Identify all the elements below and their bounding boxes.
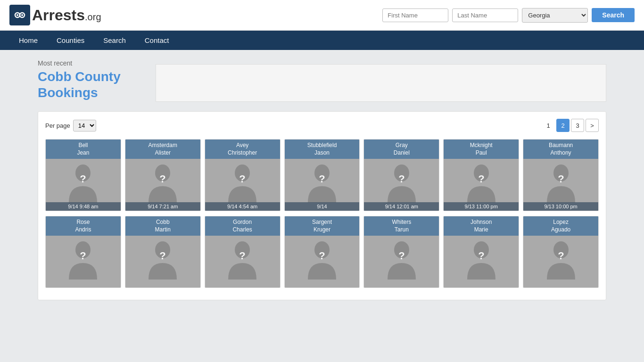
page-3[interactable]: 3 <box>571 119 584 132</box>
header: Arrests .org AlabamaAlaskaArizonaArkansa… <box>0 0 644 31</box>
person-photo: ? <box>523 236 598 288</box>
date-badge: 9/14 12:01 am <box>364 202 439 211</box>
nav-contact[interactable]: Contact <box>135 31 179 50</box>
person-card[interactable]: WhitersTarun ? <box>363 216 439 288</box>
person-name-bar: RoseAndris <box>46 216 121 236</box>
person-photo: ? 9/14 12:01 am <box>364 159 439 211</box>
page-next[interactable]: > <box>586 119 599 132</box>
person-name-bar: JohnsonMarie <box>444 216 519 236</box>
person-photo: ? <box>364 236 439 288</box>
county-title: Cobb County Bookings <box>38 69 141 100</box>
person-card[interactable]: AmsterdamAlister ? 9/14 7:21 am <box>125 139 201 211</box>
person-card[interactable]: BellJean ? 9/14 9:48 am <box>45 139 121 211</box>
person-card[interactable]: GordonCharles ? <box>205 216 281 288</box>
per-page-control: Per page 7142128 <box>45 120 96 132</box>
state-select[interactable]: AlabamaAlaskaArizonaArkansasCaliforniaCo… <box>522 8 588 23</box>
svg-text:?: ? <box>398 173 405 185</box>
page-2[interactable]: 2 <box>556 119 570 132</box>
svg-text:?: ? <box>398 250 405 262</box>
person-name-bar: StubblefieldJason <box>285 140 360 159</box>
person-card[interactable]: SargentKruger ? <box>284 216 360 288</box>
person-grid-row2: RoseAndris ? CobbMartin ? GordonCharles … <box>45 216 599 288</box>
header-search-button[interactable]: Search <box>592 8 635 22</box>
person-name-bar: McknightPaul <box>444 140 519 159</box>
navbar: Home Counties Search Contact <box>0 31 644 50</box>
svg-text:?: ? <box>160 173 166 185</box>
person-card[interactable]: AveyChristopher ? 9/14 4:54 am <box>205 139 281 211</box>
logo-suffix: .org <box>85 12 101 23</box>
nav-search[interactable]: Search <box>94 31 135 50</box>
person-card[interactable]: JohnsonMarie ? <box>443 216 519 288</box>
per-page-select[interactable]: 7142128 <box>73 120 96 132</box>
date-badge: 9/14 9:48 am <box>46 202 121 211</box>
person-photo: ? <box>285 236 360 288</box>
person-photo: ? <box>205 236 280 288</box>
person-card[interactable]: RoseAndris ? <box>45 216 121 288</box>
person-photo: ? 9/14 9:48 am <box>46 159 121 211</box>
person-photo: ? <box>125 236 200 288</box>
svg-text:?: ? <box>319 173 325 185</box>
ad-area <box>156 64 606 102</box>
svg-text:?: ? <box>319 250 325 262</box>
content: Most recent Cobb County Bookings Per pag… <box>0 50 644 362</box>
date-badge: 9/14 <box>285 202 360 211</box>
nav-counties[interactable]: Counties <box>47 31 94 50</box>
person-name-bar: CobbMartin <box>125 216 200 236</box>
person-card[interactable]: StubblefieldJason ? 9/14 <box>284 139 360 211</box>
person-name-bar: AveyChristopher <box>205 140 280 159</box>
person-card[interactable]: BaumannAnthony ? 9/13 10:00 pm <box>523 139 599 211</box>
logo-brand: Arrests <box>32 7 85 24</box>
page-title-area: Most recent Cobb County Bookings <box>38 50 606 107</box>
first-name-input[interactable] <box>382 8 448 22</box>
pagination: 1 2 3 > <box>542 119 599 132</box>
date-badge: 9/13 11:00 pm <box>444 202 519 211</box>
nav-home[interactable]: Home <box>9 31 47 50</box>
person-name-bar: GordonCharles <box>205 216 280 236</box>
title-section: Most recent Cobb County Bookings <box>38 59 141 102</box>
controls-row: Per page 7142128 1 2 3 > <box>45 119 599 132</box>
date-badge: 9/14 4:54 am <box>205 202 280 211</box>
svg-text:?: ? <box>80 250 86 262</box>
person-name-bar: GrayDaniel <box>364 140 439 159</box>
per-page-label: Per page <box>45 122 70 129</box>
svg-text:?: ? <box>80 173 86 185</box>
person-name-bar: WhitersTarun <box>364 216 439 236</box>
page-1[interactable]: 1 <box>542 119 555 132</box>
person-name-bar: BaumannAnthony <box>523 140 598 159</box>
date-badge: 9/13 10:00 pm <box>523 202 598 211</box>
svg-text:?: ? <box>239 173 245 185</box>
logo-area: Arrests .org <box>9 5 101 25</box>
cards-container: Per page 7142128 1 2 3 > BellJean ? 9/14… <box>38 111 606 300</box>
person-photo: ? <box>444 236 519 288</box>
person-photo: ? 9/14 <box>285 159 360 211</box>
search-form: AlabamaAlaskaArizonaArkansasCaliforniaCo… <box>382 8 635 23</box>
svg-point-3 <box>17 14 18 16</box>
person-photo: ? 9/14 4:54 am <box>205 159 280 211</box>
person-card[interactable]: CobbMartin ? <box>125 216 201 288</box>
svg-text:?: ? <box>160 250 166 262</box>
person-name-bar: LopezAguado <box>523 216 598 236</box>
person-name-bar: AmsterdamAlister <box>125 140 200 159</box>
last-name-input[interactable] <box>452 8 518 22</box>
person-name-bar: SargentKruger <box>285 216 360 236</box>
svg-point-4 <box>21 14 23 16</box>
most-recent-label: Most recent <box>38 59 141 67</box>
person-photo: ? 9/14 7:21 am <box>125 159 200 211</box>
person-photo: ? 9/13 10:00 pm <box>523 159 598 211</box>
person-card[interactable]: GrayDaniel ? 9/14 12:01 am <box>363 139 439 211</box>
person-name-bar: BellJean <box>46 140 121 159</box>
person-photo: ? 9/13 11:00 pm <box>444 159 519 211</box>
date-badge: 9/14 7:21 am <box>125 202 200 211</box>
svg-text:?: ? <box>558 173 564 185</box>
person-card[interactable]: McknightPaul ? 9/13 11:00 pm <box>443 139 519 211</box>
svg-text:?: ? <box>478 250 484 262</box>
person-grid-row1: BellJean ? 9/14 9:48 amAmsterdamAlister … <box>45 139 599 211</box>
person-card[interactable]: LopezAguado ? <box>523 216 599 288</box>
svg-text:?: ? <box>558 250 564 262</box>
logo-icon <box>9 5 30 25</box>
person-photo: ? <box>46 236 121 288</box>
svg-text:?: ? <box>478 173 484 185</box>
svg-text:?: ? <box>239 250 245 262</box>
